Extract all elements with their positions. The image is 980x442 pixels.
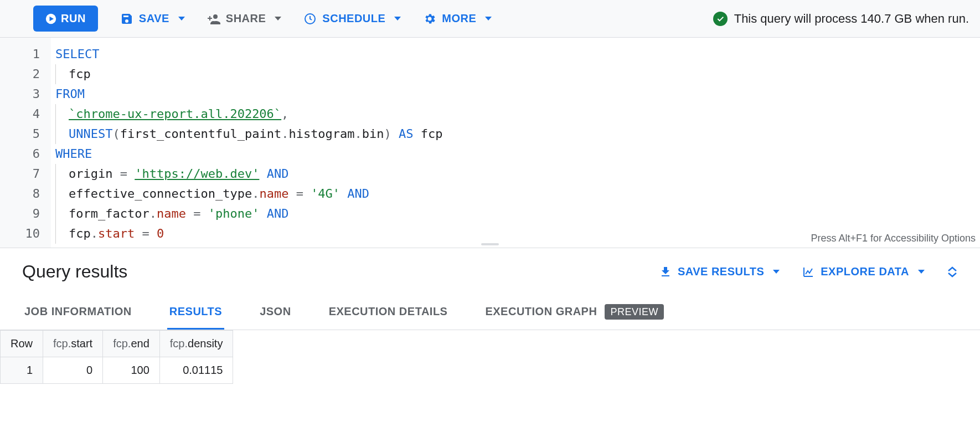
chevron-down-icon — [947, 272, 958, 277]
gear-icon — [423, 12, 436, 25]
chart-icon — [802, 265, 815, 279]
line-gutter: 12345678910 — [0, 38, 50, 248]
share-button[interactable]: SHARE — [207, 12, 282, 25]
run-button[interactable]: RUN — [33, 6, 98, 32]
explore-data-label: EXPLORE DATA — [821, 265, 909, 278]
column-header: fcp.start — [43, 331, 103, 357]
table-cell: 0 — [43, 357, 103, 384]
save-button[interactable]: SAVE — [120, 12, 185, 25]
code-line: origin = 'https://web.dev' AND — [55, 164, 980, 184]
chevron-up-icon — [947, 266, 958, 272]
caret-down-icon — [394, 17, 401, 20]
a11y-hint: Press Alt+F1 for Accessibility Options — [811, 233, 976, 244]
line-number: 9 — [0, 204, 50, 224]
line-number: 10 — [0, 224, 50, 244]
line-number: 1 — [0, 44, 50, 64]
code-area[interactable]: SELECTfcpFROM`chrome-ux-report.all.20220… — [51, 38, 980, 248]
save-label: SAVE — [139, 12, 169, 25]
code-line: `chrome-ux-report.all.202206`, — [55, 104, 980, 124]
run-label: RUN — [61, 12, 86, 25]
schedule-label: SCHEDULE — [322, 12, 385, 25]
sql-editor[interactable]: 12345678910 SELECTfcpFROM`chrome-ux-repo… — [0, 38, 980, 248]
more-button[interactable]: MORE — [423, 12, 492, 25]
tab-results[interactable]: RESULTS — [167, 295, 224, 330]
status-text: This query will process 140.7 GB when ru… — [734, 12, 969, 26]
drag-handle[interactable] — [481, 243, 499, 245]
results-title: Query results — [22, 261, 127, 282]
line-number: 3 — [0, 84, 50, 104]
caret-down-icon — [918, 270, 925, 274]
explore-data-button[interactable]: EXPLORE DATA — [802, 265, 925, 279]
download-icon — [659, 265, 672, 279]
tab-execution-graph[interactable]: EXECUTION GRAPH PREVIEW — [483, 295, 666, 330]
save-results-label: SAVE RESULTS — [678, 265, 764, 278]
table-cell: 0.01115 — [159, 357, 233, 384]
code-line: UNNEST(first_contentful_paint.histogram.… — [55, 124, 980, 144]
toolbar: RUN SAVE SHARE SCHEDULE MORE This query … — [0, 0, 980, 38]
results-header: Query results SAVE RESULTS EXPLORE DATA — [0, 248, 980, 295]
line-number: 4 — [0, 104, 50, 124]
column-header: Row — [1, 331, 43, 357]
more-label: MORE — [442, 12, 476, 25]
line-number: 7 — [0, 164, 50, 184]
results-tabs: JOB INFORMATION RESULTS JSON EXECUTION D… — [0, 295, 980, 330]
caret-down-icon — [485, 17, 492, 20]
code-line: fcp — [55, 64, 980, 84]
share-label: SHARE — [226, 12, 266, 25]
code-line: form_factor.name = 'phone' AND — [55, 204, 980, 224]
results-table: Rowfcp.startfcp.endfcp.density101000.011… — [0, 330, 233, 384]
preview-badge: PREVIEW — [605, 304, 664, 320]
query-status: This query will process 140.7 GB when ru… — [713, 12, 969, 26]
schedule-button[interactable]: SCHEDULE — [303, 12, 401, 25]
caret-down-icon — [773, 270, 780, 274]
caret-down-icon — [178, 17, 185, 20]
line-number: 2 — [0, 64, 50, 84]
code-line: effective_connection_type.name = '4G' AN… — [55, 184, 980, 204]
tab-job-information[interactable]: JOB INFORMATION — [22, 295, 134, 330]
expand-collapse-toggle[interactable] — [947, 266, 958, 277]
clock-icon — [303, 12, 317, 25]
line-number: 5 — [0, 124, 50, 144]
table-row[interactable]: 101000.01115 — [1, 357, 233, 384]
table-cell: 1 — [1, 357, 43, 384]
column-header: fcp.end — [103, 331, 160, 357]
code-line: FROM — [55, 84, 980, 104]
line-number: 6 — [0, 144, 50, 164]
column-header: fcp.density — [159, 331, 233, 357]
share-icon — [207, 12, 220, 25]
tab-execution-graph-label: EXECUTION GRAPH — [485, 305, 597, 317]
save-results-button[interactable]: SAVE RESULTS — [659, 265, 780, 279]
code-line: WHERE — [55, 144, 980, 164]
tab-execution-details[interactable]: EXECUTION DETAILS — [327, 295, 450, 330]
check-circle-icon — [713, 12, 728, 26]
tab-json[interactable]: JSON — [257, 295, 293, 330]
play-icon — [45, 13, 56, 24]
caret-down-icon — [275, 17, 281, 20]
code-line: SELECT — [55, 44, 980, 64]
line-number: 8 — [0, 184, 50, 204]
save-icon — [120, 12, 133, 25]
table-cell: 100 — [103, 357, 160, 384]
